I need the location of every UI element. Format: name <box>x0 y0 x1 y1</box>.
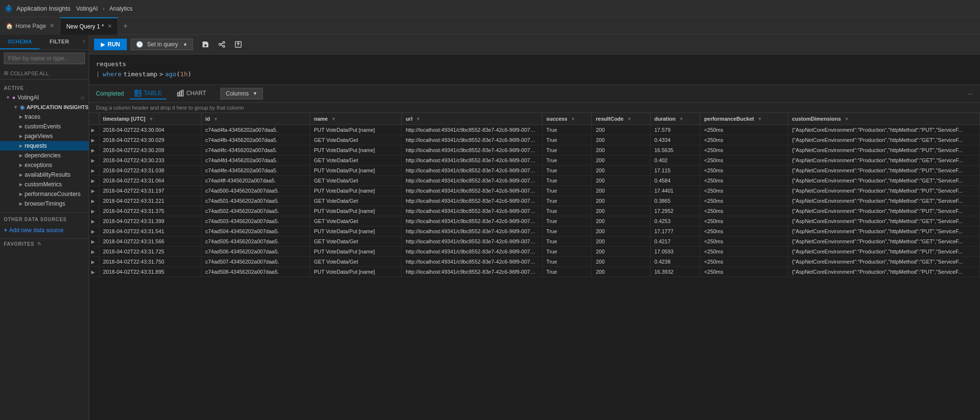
row-expand-button[interactable]: ▶ <box>89 125 99 135</box>
sidebar-item-performancecounters[interactable]: ▶ performanceCounters <box>0 189 89 199</box>
table-row[interactable]: ▶2018-04-02T22:43:30.233c74ad4fd-4345620… <box>89 155 980 165</box>
th-success[interactable]: success ▼ <box>542 113 592 125</box>
row-expand-button[interactable]: ▶ <box>89 165 99 175</box>
table-row[interactable]: ▶2018-04-02T22:43:31.541c74ad504-4345620… <box>89 226 980 236</box>
row-expand-button[interactable]: ▶ <box>89 145 99 155</box>
th-url[interactable]: url ▼ <box>402 113 543 125</box>
columns-button[interactable]: Columns ▼ <box>220 88 262 99</box>
chevron-right-row[interactable]: ▶ <box>91 127 95 133</box>
export-button[interactable] <box>231 38 245 51</box>
row-expand-button[interactable]: ▶ <box>89 196 99 206</box>
table-row[interactable]: ▶2018-04-02T22:43:31.399c74ad503-4345620… <box>89 216 980 226</box>
tab-query1-close[interactable]: ✕ <box>108 23 112 29</box>
sidebar-item-exceptions[interactable]: ▶ exceptions <box>0 160 89 170</box>
sidebar-collapse-icon[interactable]: ‹ <box>79 35 89 49</box>
th-duration[interactable]: duration ▼ <box>650 113 700 125</box>
tab-query1[interactable]: New Query 1 * ✕ <box>60 17 118 35</box>
filter-duration-icon[interactable]: ▼ <box>679 116 684 122</box>
sidebar-item-dependencies[interactable]: ▶ dependencies <box>0 151 89 160</box>
run-button[interactable]: ▶ RUN <box>94 39 127 50</box>
tab-filter[interactable]: FILTER <box>40 35 79 49</box>
chevron-right-row[interactable]: ▶ <box>91 188 95 194</box>
more-options-button[interactable]: ··· <box>967 90 973 98</box>
table-row[interactable]: ▶2018-04-02T22:43:31.895c74ad508-4345620… <box>89 266 980 277</box>
table-row[interactable]: ▶2018-04-02T22:43:31.197c74ad500-4345620… <box>89 185 980 196</box>
filter-id-icon[interactable]: ▼ <box>214 116 218 122</box>
filter-timestamp-icon[interactable]: ▼ <box>149 116 154 122</box>
filter-perfbucket-icon[interactable]: ▼ <box>757 116 762 122</box>
chevron-right-row[interactable]: ▶ <box>91 158 95 163</box>
table-row[interactable]: ▶2018-04-02T22:43:31.064c74ad4ff-4345620… <box>89 175 980 185</box>
th-resultcode[interactable]: resultCode ▼ <box>592 113 650 125</box>
sidebar-item-customevents[interactable]: ▶ customEvents <box>0 122 89 131</box>
row-expand-button[interactable]: ▶ <box>89 256 99 266</box>
row-expand-button[interactable]: ▶ <box>89 206 99 216</box>
table-row[interactable]: ▶2018-04-02T22:43:30.209c74ad4fc-4345620… <box>89 145 980 155</box>
filter-resultcode-icon[interactable]: ▼ <box>627 116 632 122</box>
add-source-button[interactable]: + Add new data source <box>0 224 89 237</box>
filter-name-icon[interactable]: ▼ <box>331 116 336 122</box>
tab-add-button[interactable]: + <box>118 22 132 30</box>
sidebar-item-custommetrics[interactable]: ▶ customMetrics <box>0 180 89 189</box>
chevron-right-row[interactable]: ▶ <box>91 259 95 265</box>
tab-schema[interactable]: SCHEMA <box>0 35 40 49</box>
row-expand-button[interactable]: ▶ <box>89 266 99 277</box>
chevron-right-row[interactable]: ▶ <box>91 249 95 254</box>
tab-chart[interactable]: CHART <box>172 88 211 99</box>
chevron-right-row[interactable]: ▶ <box>91 219 95 224</box>
table-row[interactable]: ▶2018-04-02T22:43:31.750c74ad507-4345620… <box>89 256 980 266</box>
th-timestamp[interactable]: timestamp [UTC] ▼ <box>99 113 201 125</box>
sidebar-item-availabilityresults[interactable]: ▶ availabilityResults <box>0 170 89 180</box>
table-row[interactable]: ▶2018-04-02T22:43:31.221c74ad501-4345620… <box>89 196 980 206</box>
filter-customdim-icon[interactable]: ▼ <box>844 116 849 122</box>
row-expand-button[interactable]: ▶ <box>89 246 99 256</box>
schema-filter-input[interactable] <box>4 53 85 64</box>
row-expand-button[interactable]: ▶ <box>89 216 99 226</box>
time-range-selector[interactable]: 🕐 Set in query ▼ <box>131 39 193 50</box>
th-customdimensions[interactable]: customDimensions ▼ <box>788 113 980 125</box>
query-editor[interactable]: requests | where timestamp > ago(1h) <box>89 55 980 85</box>
row-expand-button[interactable]: ▶ <box>89 226 99 236</box>
breadcrumb-votingai[interactable]: VotingAI <box>76 5 98 12</box>
collapse-all-button[interactable]: ⊞ COLLAPSE ALL <box>0 67 89 80</box>
chevron-right-row[interactable]: ▶ <box>91 269 95 275</box>
row-expand-button[interactable]: ▶ <box>89 135 99 145</box>
chevron-right-row[interactable]: ▶ <box>91 138 95 143</box>
chevron-right-row[interactable]: ▶ <box>91 148 95 153</box>
th-performancebucket[interactable]: performanceBucket ▼ <box>700 113 788 125</box>
save-button[interactable] <box>199 38 212 51</box>
chevron-right-row[interactable]: ▶ <box>91 239 95 244</box>
table-row[interactable]: ▶2018-04-02T22:43:31.566c74ad505-4345620… <box>89 236 980 246</box>
chevron-right-row[interactable]: ▶ <box>91 178 95 183</box>
table-row[interactable]: ▶2018-04-02T22:43:30.004c74ad4fa-4345620… <box>89 125 980 135</box>
tab-home[interactable]: 🏠 Home Page ✕ <box>0 17 60 35</box>
sidebar-item-app-insights[interactable]: ▼ ◉ APPLICATION INSIGHTS <box>0 102 89 112</box>
sidebar-item-requests[interactable]: ▶ requests <box>0 141 89 151</box>
chevron-right-row[interactable]: ▶ <box>91 168 95 173</box>
th-name[interactable]: name ▼ <box>310 113 402 125</box>
table-row[interactable]: ▶2018-04-02T22:43:31.725c74ad506-4345620… <box>89 246 980 256</box>
results-table-wrapper[interactable]: timestamp [UTC] ▼ id ▼ name ▼ url ▼ succ… <box>89 113 980 420</box>
chevron-right-row[interactable]: ▶ <box>91 209 95 214</box>
sidebar-item-pageviews[interactable]: ▶ pageViews <box>0 131 89 141</box>
row-expand-button[interactable]: ▶ <box>89 185 99 196</box>
row-expand-button[interactable]: ▶ <box>89 236 99 246</box>
share-link-button[interactable] <box>215 38 229 51</box>
chevron-right-row[interactable]: ▶ <box>91 198 95 204</box>
table-row[interactable]: ▶2018-04-02T22:43:31.038c74ad4fe-4345620… <box>89 165 980 175</box>
tab-home-close[interactable]: ✕ <box>50 23 54 29</box>
th-id[interactable]: id ▼ <box>201 113 310 125</box>
filter-success-icon[interactable]: ▼ <box>571 116 575 122</box>
filter-url-icon[interactable]: ▼ <box>416 116 421 122</box>
chevron-right-row[interactable]: ▶ <box>91 229 95 234</box>
table-row[interactable]: ▶2018-04-02T22:43:31.375c74ad502-4345620… <box>89 206 980 216</box>
sidebar-item-traces[interactable]: ▶ traces <box>0 112 89 122</box>
tab-table[interactable]: TABLE <box>130 88 166 99</box>
edit-icon[interactable]: ✎ <box>37 241 41 247</box>
star-icon[interactable]: ☆ <box>80 95 85 101</box>
breadcrumb-analytics[interactable]: Analytics <box>109 5 133 12</box>
table-row[interactable]: ▶2018-04-02T22:43:30.029c74ad4fb-4345620… <box>89 135 980 145</box>
sidebar-item-browsertimings[interactable]: ▶ browserTimings <box>0 199 89 209</box>
sidebar-item-votingai[interactable]: ▼ ● VotingAI ☆ <box>0 93 89 102</box>
row-expand-button[interactable]: ▶ <box>89 175 99 185</box>
